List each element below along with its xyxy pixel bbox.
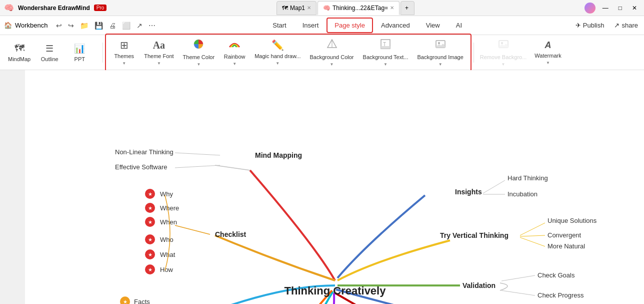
pro-badge: Pro <box>94 5 107 11</box>
redo-btn[interactable]: ↪ <box>66 20 76 32</box>
leaf-why: Why <box>160 190 174 198</box>
tab-map1-close[interactable]: ✕ <box>307 5 311 11</box>
bg-text-btn[interactable]: T Background Text... ▼ <box>359 37 412 69</box>
magic-draw-btn[interactable]: ✏️ Magic hand draw... ▼ <box>250 37 304 68</box>
share-btn[interactable]: ↗ share <box>612 20 640 31</box>
bg-text-chevron: ▼ <box>384 62 388 67</box>
svg-line-17 <box>520 223 545 235</box>
branch-mind-mapping: Mind Mapping <box>255 151 302 159</box>
bg-image-chevron: ▼ <box>438 62 442 67</box>
star-where-icon: ★ <box>148 205 152 211</box>
outline-btn[interactable]: ☰ Outline <box>34 41 64 64</box>
toolbar: 🗺 MindMap ☰ Outline 📊 PPT ⊞ Themes ▼ Aa … <box>0 35 644 70</box>
leaf-non-linear: Non-Linear Thinking <box>115 148 174 156</box>
theme-font-icon: Aa <box>153 40 165 51</box>
undo-btn[interactable]: ↩ <box>54 20 64 32</box>
bg-text-icon: T <box>380 39 391 52</box>
leaf-effective-software: Effective Software <box>115 163 168 171</box>
layout-btn[interactable]: ⬜ <box>120 20 132 32</box>
title-bar-left: 🧠 Wondershare EdrawMind Pro <box>4 3 106 13</box>
mindmap-icon: 🗺 <box>14 43 24 54</box>
toolbar-sep-2 <box>474 43 474 63</box>
rainbow-icon <box>228 39 240 52</box>
tab-bar: 🗺 Map1 ✕ 🧠 Thinking...22&ETag= ✕ + <box>276 1 414 15</box>
leaf-where: Where <box>160 204 179 212</box>
leaf-how: How <box>160 266 174 273</box>
tab-start[interactable]: Start <box>264 18 294 33</box>
tab-add[interactable]: + <box>400 1 414 15</box>
star-how-icon: ★ <box>148 267 152 272</box>
theme-font-chevron: ▼ <box>157 61 161 66</box>
leaf-who: Who <box>160 236 174 243</box>
star-when-icon: ★ <box>148 219 152 225</box>
workbench-logo[interactable]: 🏠 Workbench <box>4 22 48 29</box>
title-bar: 🧠 Wondershare EdrawMind Pro 🗺 Map1 ✕ 🧠 T… <box>0 0 644 16</box>
svg-point-7 <box>438 42 440 44</box>
remove-bg-chevron: ▼ <box>502 62 506 67</box>
view-switcher: 🗺 MindMap ☰ Outline 📊 PPT <box>4 41 94 64</box>
leaf-when: When <box>160 218 177 226</box>
tab-pagestyle[interactable]: Page style <box>326 18 373 33</box>
tab-thinking-label: Thinking...22&ETag= <box>332 5 388 12</box>
svg-line-22 <box>502 290 535 295</box>
theme-color-btn[interactable]: Theme Color ▼ <box>179 37 219 69</box>
branch-insights: Insights <box>455 188 482 196</box>
menu-actions: ↩ ↪ 📁 💾 🖨 ⬜ ↗ ⋯ <box>54 20 158 32</box>
star-who-icon: ★ <box>148 237 152 242</box>
bg-color-btn[interactable]: Background Color ▼ <box>306 37 358 69</box>
tab-map1[interactable]: 🗺 Map1 ✕ <box>276 1 316 15</box>
star-facts-icon: ★ <box>123 299 128 304</box>
svg-rect-5 <box>381 46 390 49</box>
minimize-btn[interactable]: — <box>600 4 612 13</box>
branch-vertical-thinking: Try Vertical Thinking <box>440 231 508 239</box>
svg-line-21 <box>502 275 535 281</box>
outline-icon: ☰ <box>46 43 54 54</box>
save-btn[interactable]: 💾 <box>92 20 105 32</box>
app-name: Wondershare EdrawMind <box>18 5 90 12</box>
themes-btn[interactable]: ⊞ Themes ▼ <box>109 37 139 68</box>
toolbar-sep-1 <box>102 43 103 63</box>
bg-color-chevron: ▼ <box>330 62 334 67</box>
close-btn[interactable]: ✕ <box>629 4 640 13</box>
leaf-convergent: Convergent <box>548 231 582 239</box>
bg-image-btn[interactable]: Background Image ▼ <box>413 37 467 69</box>
remove-bg-icon <box>498 39 509 52</box>
leaf-check-progress: Check Progress <box>538 291 584 299</box>
file-btn[interactable]: 📁 <box>78 20 90 32</box>
svg-line-15 <box>483 180 505 193</box>
export-btn[interactable]: ↗ <box>134 20 144 32</box>
tab-view[interactable]: View <box>418 18 448 33</box>
leaf-hard-thinking: Hard Thinking <box>508 174 548 182</box>
themes-chevron: ▼ <box>122 61 126 66</box>
theme-font-btn[interactable]: Aa Theme Font ▼ <box>140 38 178 68</box>
star-what-icon: ★ <box>148 252 152 257</box>
tab-ai[interactable]: AI <box>448 18 470 33</box>
print-btn[interactable]: 🖨 <box>107 20 118 32</box>
rainbow-btn[interactable]: Rainbow ▼ <box>220 37 250 68</box>
magic-draw-icon: ✏️ <box>272 39 284 51</box>
mindmap-btn[interactable]: 🗺 MindMap <box>4 41 34 64</box>
watermark-btn[interactable]: A Watermark ▼ <box>530 38 565 67</box>
canvas-area[interactable]: Thinking Creatively Mind Mapping Non-Lin… <box>25 70 644 304</box>
tab-thinking[interactable]: 🧠 Thinking...22&ETag= ✕ <box>318 1 400 15</box>
tab-insert[interactable]: Insert <box>294 18 327 33</box>
svg-line-10 <box>215 165 250 170</box>
watermark-chevron: ▼ <box>546 61 550 65</box>
watermark-icon: A <box>545 40 552 51</box>
page-style-toolbar: ⊞ Themes ▼ Aa Theme Font ▼ Theme Color ▼ <box>105 34 472 72</box>
themes-icon: ⊞ <box>120 39 128 51</box>
tab-thinking-close[interactable]: ✕ <box>390 5 394 11</box>
svg-line-13 <box>175 225 210 234</box>
remove-bg-btn[interactable]: Remove Backgro... ▼ <box>476 37 531 69</box>
tab-advanced[interactable]: Advanced <box>373 18 418 33</box>
magic-draw-chevron: ▼ <box>276 61 280 66</box>
svg-point-9 <box>501 42 503 44</box>
publish-btn[interactable]: ✈ Publish <box>574 20 606 31</box>
svg-line-11 <box>175 153 220 155</box>
bg-image-icon <box>435 39 446 52</box>
app-logo: 🧠 <box>4 3 14 13</box>
maximize-btn[interactable]: □ <box>616 4 625 13</box>
ppt-btn[interactable]: 📊 PPT <box>64 41 94 64</box>
more-btn[interactable]: ⋯ <box>146 20 158 32</box>
leaf-incubation: Incubation <box>508 190 538 198</box>
